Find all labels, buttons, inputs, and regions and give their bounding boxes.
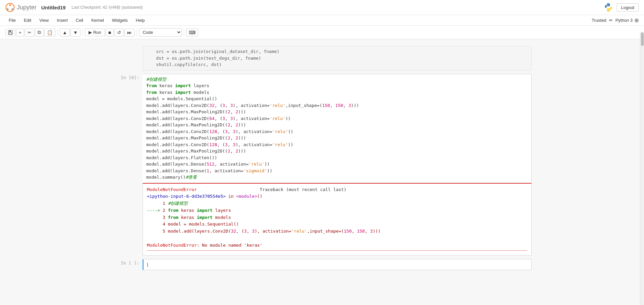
separator-3 xyxy=(137,28,137,37)
cell-empty-input[interactable]: | xyxy=(143,259,532,270)
header-right: Logout xyxy=(604,3,639,12)
prev-cell-code[interactable]: src = os.path.join(original_dataset_dir,… xyxy=(143,46,532,70)
cell-empty-prompt-text: In [ ]: xyxy=(121,260,139,265)
run-all-button[interactable]: ⏭ xyxy=(124,28,135,37)
scrollbar[interactable] xyxy=(640,32,644,305)
kernel-name-label: Python 3 xyxy=(615,18,633,23)
cell-6-prompt: In [6]: xyxy=(112,74,143,80)
cell-type-select[interactable]: Code Markdown Raw NBConvert Heading xyxy=(139,28,182,37)
menu-view[interactable]: View xyxy=(36,16,52,24)
menu-help[interactable]: Help xyxy=(132,16,148,24)
cell-empty-content: | xyxy=(143,259,532,270)
scroll-thumb[interactable] xyxy=(641,33,644,46)
run-icon: ▶ xyxy=(89,30,92,35)
cell-6: In [6]: #创建模型 from keras import layers f… xyxy=(112,74,532,256)
svg-rect-5 xyxy=(9,30,11,32)
kernel-status-circle xyxy=(635,18,639,22)
logout-button[interactable]: Logout xyxy=(616,3,639,12)
cell-6-prompt-text: In [6]: xyxy=(121,75,139,80)
jupyter-label: Jupyter xyxy=(17,4,37,11)
jupyter-logo: Jupyter xyxy=(5,3,37,12)
svg-point-2 xyxy=(7,8,8,10)
move-down-button[interactable]: ▼ xyxy=(70,28,80,37)
menu-kernel[interactable]: Kernel xyxy=(88,16,107,24)
prev-cell: src = os.path.join(original_dataset_dir,… xyxy=(112,46,532,70)
menu-widgets[interactable]: Widgets xyxy=(109,16,131,24)
add-cell-button[interactable]: + xyxy=(16,28,24,37)
cell-6-input[interactable]: #创建模型 from keras import layers from kera… xyxy=(143,74,532,183)
separator-2 xyxy=(83,28,83,37)
menubar-right: Trusted ✏ Python 3 xyxy=(592,18,639,23)
save-icon xyxy=(8,30,13,35)
python-logo-icon xyxy=(604,3,613,12)
cell-empty: In [ ]: | xyxy=(112,259,532,270)
jupyter-logo-icon xyxy=(5,3,15,12)
header-left: Jupyter Untitled19 Last Checkpoint: 42 分… xyxy=(5,3,143,12)
svg-point-3 xyxy=(11,8,13,10)
cut-button[interactable]: ✂ xyxy=(25,28,34,37)
restart-button[interactable]: ↺ xyxy=(114,28,124,37)
stop-button[interactable]: ■ xyxy=(106,28,114,37)
menu-cell[interactable]: Cell xyxy=(72,16,87,24)
paste-button[interactable]: 📋 xyxy=(44,28,55,37)
run-button[interactable]: ▶ Run xyxy=(85,28,105,36)
trusted-label: Trusted xyxy=(592,18,606,23)
pencil-icon[interactable]: ✏ xyxy=(609,18,613,23)
prev-cell-content: src = os.path.join(original_dataset_dir,… xyxy=(143,46,532,70)
run-label: Run xyxy=(93,30,101,35)
header: Jupyter Untitled19 Last Checkpoint: 42 分… xyxy=(0,0,644,15)
separator-4 xyxy=(184,28,184,37)
separator-1 xyxy=(57,28,58,37)
save-button[interactable] xyxy=(5,29,15,36)
svg-rect-6 xyxy=(9,33,12,34)
menubar: File Edit View Insert Cell Kernel Widget… xyxy=(0,15,644,26)
main-content: src = os.path.join(original_dataset_dir,… xyxy=(0,39,644,278)
kernel-info: Python 3 xyxy=(615,18,639,23)
prev-cell-prompt xyxy=(112,46,143,47)
checkpoint-info: Last Checkpoint: 42 分钟前 (autosaved) xyxy=(72,5,143,10)
notebook-name[interactable]: Untitled19 xyxy=(41,5,66,10)
cell-empty-prompt: In [ ]: xyxy=(112,259,143,265)
menu-edit[interactable]: Edit xyxy=(20,16,35,24)
cell-6-output: ModuleNotFoundError Traceback (most rece… xyxy=(143,183,532,256)
keyboard-shortcuts-button[interactable]: ⌨ xyxy=(186,28,198,37)
move-up-button[interactable]: ▲ xyxy=(60,28,70,37)
notebook-container: src = os.path.join(original_dataset_dir,… xyxy=(112,46,532,270)
cell-6-content: #创建模型 from keras import layers from kera… xyxy=(143,74,532,256)
menu-insert[interactable]: Insert xyxy=(53,16,71,24)
menu-file[interactable]: File xyxy=(5,16,19,24)
copy-button[interactable]: ⧉ xyxy=(35,28,44,37)
svg-point-1 xyxy=(9,4,11,6)
toolbar: + ✂ ⧉ 📋 ▲ ▼ ▶ Run ■ ↺ ⏭ Code Markdown Ra… xyxy=(0,26,644,39)
